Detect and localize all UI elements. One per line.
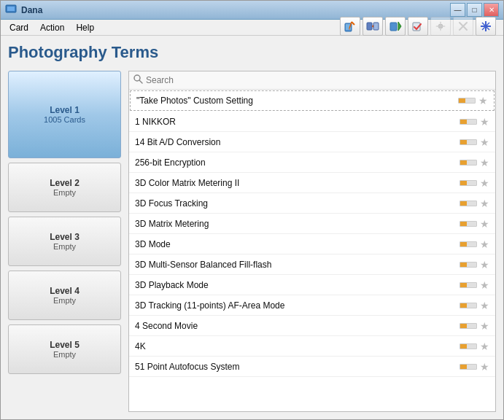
star-icon[interactable]: ★ [480, 300, 489, 311]
term-indicators: ★ [460, 259, 489, 271]
progress-bar [460, 241, 477, 247]
term-name: 51 Point Autofocus System [135, 362, 460, 372]
star-icon[interactable]: ★ [480, 238, 489, 250]
progress-fill [460, 324, 467, 328]
edit-button[interactable] [340, 17, 360, 36]
page-title: Photography Terms [8, 43, 158, 62]
term-indicators: ★ [460, 177, 489, 189]
term-row[interactable]: 4 Second Movie★ [129, 316, 495, 336]
term-row[interactable]: 3D Matrix Metering★ [129, 214, 495, 234]
term-indicators: ★ [460, 218, 489, 230]
delete-button[interactable] [453, 17, 473, 36]
level2-count: Empty [53, 188, 76, 197]
toolbar [340, 17, 496, 36]
term-name: 256-bit Encryption [135, 158, 460, 168]
star-icon[interactable]: ★ [480, 177, 489, 189]
svg-rect-9 [390, 23, 397, 31]
term-indicators: ★ [460, 361, 489, 373]
progress-bar [460, 262, 477, 268]
term-indicators: ★ [460, 341, 489, 352]
minimize-button[interactable]: — [450, 3, 465, 17]
term-indicators: ★ [460, 116, 489, 128]
term-indicators: ★ [460, 157, 489, 168]
term-indicators: ★ [460, 238, 489, 250]
flip-button[interactable] [363, 17, 383, 36]
progress-bar [460, 160, 477, 166]
star-icon[interactable]: ★ [480, 320, 489, 332]
term-row[interactable]: 4K★ [129, 336, 495, 357]
star-icon[interactable]: ★ [480, 259, 489, 271]
progress-fill [460, 344, 467, 349]
svg-marker-10 [398, 22, 401, 31]
level4-count: Empty [53, 296, 76, 305]
star-button[interactable] [476, 17, 496, 36]
star-icon[interactable]: ★ [480, 361, 489, 373]
progress-fill [460, 201, 467, 206]
level-card-2[interactable]: Level 2 Empty [8, 163, 121, 212]
search-input[interactable] [146, 75, 491, 85]
svg-line-4 [352, 22, 354, 25]
level-card-1[interactable]: Level 1 1005 Cards [8, 71, 121, 158]
star-icon[interactable]: ★ [478, 95, 488, 106]
window-title: Dana [21, 5, 450, 15]
term-row[interactable]: 3D Color Matrix Metering II★ [129, 173, 495, 193]
settings-button[interactable] [430, 17, 451, 36]
term-row[interactable]: 3D Mode★ [129, 234, 495, 254]
star-icon[interactable]: ★ [480, 341, 489, 352]
term-row[interactable]: 3D Playback Mode★ [129, 275, 495, 295]
menu-card[interactable]: Card [4, 21, 34, 34]
main-body: Level 1 1005 Cards Level 2 Empty Level 3… [8, 71, 496, 412]
svg-rect-1 [7, 7, 15, 11]
star-icon[interactable]: ★ [480, 218, 489, 230]
level5-name: Level 5 [50, 340, 80, 350]
left-panel: Level 1 1005 Cards Level 2 Empty Level 3… [8, 71, 121, 412]
progress-fill [460, 160, 467, 165]
progress-bar [460, 364, 477, 370]
level-card-3[interactable]: Level 3 Empty [8, 217, 121, 266]
term-row[interactable]: 3D Focus Tracking★ [129, 193, 495, 214]
check-button[interactable] [408, 17, 428, 36]
progress-fill [460, 365, 467, 369]
star-icon[interactable]: ★ [480, 136, 489, 148]
term-indicators: ★ [460, 198, 489, 209]
search-bar [129, 71, 495, 90]
term-name: 4K [135, 341, 460, 351]
star-icon[interactable]: ★ [480, 279, 489, 291]
maximize-button[interactable]: □ [467, 3, 482, 17]
progress-fill [460, 283, 467, 287]
level-card-5[interactable]: Level 5 Empty [8, 324, 121, 374]
star-icon[interactable]: ★ [480, 198, 489, 209]
term-indicators: ★ [460, 279, 489, 291]
term-row[interactable]: 3D Tracking (11-points) AF-Area Mode★ [129, 295, 495, 316]
progress-fill [460, 242, 467, 246]
progress-fill [460, 222, 467, 226]
progress-bar [460, 343, 477, 349]
svg-rect-8 [373, 23, 379, 30]
level3-count: Empty [53, 242, 76, 251]
term-row[interactable]: 51 Point Autofocus System★ [129, 357, 495, 377]
import-button[interactable] [385, 17, 406, 36]
progress-bar [460, 282, 477, 288]
menu-help[interactable]: Help [70, 21, 100, 34]
term-row[interactable]: 3D Multi-Sensor Balanced Fill-flash★ [129, 254, 495, 275]
term-indicators: ★ [460, 300, 489, 311]
star-icon[interactable]: ★ [480, 157, 489, 168]
term-name: 3D Focus Tracking [135, 198, 460, 209]
term-row[interactable]: 1 NIKKOR★ [129, 112, 495, 132]
progress-bar [460, 180, 477, 186]
progress-fill [460, 140, 467, 144]
term-row[interactable]: 256-bit Encryption★ [129, 152, 495, 173]
star-icon[interactable]: ★ [480, 116, 489, 128]
term-row[interactable]: 14 Bit A/D Conversion★ [129, 132, 495, 152]
progress-bar [460, 323, 477, 329]
level1-name: Level 1 [50, 105, 80, 115]
progress-fill [460, 181, 467, 185]
progress-fill [460, 262, 467, 267]
level-card-4[interactable]: Level 4 Empty [8, 271, 121, 320]
term-name: 3D Mode [135, 239, 460, 249]
term-name: 3D Tracking (11-points) AF-Area Mode [135, 300, 460, 311]
close-button[interactable]: ✕ [484, 3, 499, 17]
content-area: Photography Terms [1, 36, 503, 419]
menu-action[interactable]: Action [34, 21, 70, 34]
term-row[interactable]: "Take Photos" Custom Setting★ [130, 90, 495, 111]
